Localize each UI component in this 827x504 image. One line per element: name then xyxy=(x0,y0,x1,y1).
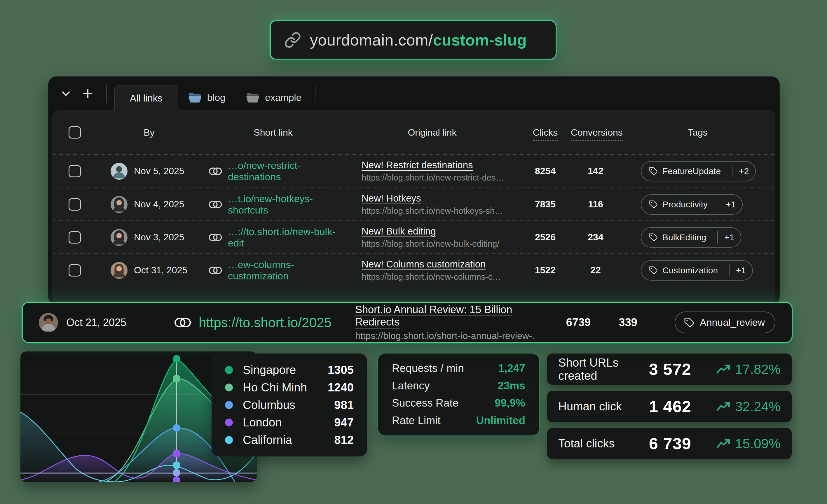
hover-marker-dot xyxy=(173,355,180,362)
tag-extra-count[interactable]: +1 xyxy=(717,231,741,244)
clicks-value: 6739 xyxy=(560,316,597,329)
row-date: Oct 31, 2025 xyxy=(134,265,187,275)
column-header-short-link: Short link xyxy=(202,127,345,138)
stat-label: Requests / min xyxy=(392,362,464,374)
add-tab-button[interactable] xyxy=(81,87,95,100)
short-link[interactable]: …ew-columns-customization xyxy=(228,259,345,282)
short-link[interactable]: …t.io/new-hotkeys-shortcuts xyxy=(228,193,345,216)
conversions-value: 142 xyxy=(571,166,620,177)
table-row[interactable]: Nov 3, 2025 …://to.short.io/new-bulk-edi… xyxy=(53,220,775,253)
column-header-by: By xyxy=(97,127,202,138)
tag-label: Customization xyxy=(663,265,724,275)
select-all-checkbox[interactable] xyxy=(68,126,81,139)
trending-up-icon xyxy=(716,401,732,412)
tabbar-divider xyxy=(315,85,315,103)
stat-card-total-clicks: Total clicks 6 739 15.09% xyxy=(547,428,792,459)
short-url-pill[interactable]: yourdomain.com/custom-slug xyxy=(270,20,556,59)
links-window: All links blog example By Short link xyxy=(48,77,780,305)
table-row[interactable]: Nov 5, 2025 …o/new-restrict-destinations… xyxy=(53,155,775,188)
avatar xyxy=(111,196,128,213)
short-link[interactable]: https://to.short.io/2025 xyxy=(199,315,332,331)
original-link-title[interactable]: New! Columns customization xyxy=(361,259,520,270)
chain-link-icon xyxy=(174,318,191,327)
original-link-title[interactable]: Short.io Annual Review: 15 Billion Redir… xyxy=(355,304,560,328)
avatar xyxy=(39,313,58,332)
legend-value: 1240 xyxy=(328,381,354,394)
row-date: Nov 3, 2025 xyxy=(134,232,184,243)
row-checkbox[interactable] xyxy=(68,198,81,211)
original-link-url: https://blog.short.io/new-restrict-des… xyxy=(361,173,520,183)
conversions-value: 116 xyxy=(571,199,620,210)
short-link[interactable]: …://to.short.io/new-bulk-edit xyxy=(228,226,345,249)
hover-marker-dot xyxy=(173,424,180,432)
avatar xyxy=(111,262,128,279)
column-header-clicks[interactable]: Clicks xyxy=(533,127,558,141)
tag-icon xyxy=(684,317,694,328)
original-link-url: https://blog.short.io/new-hotkeys-sh… xyxy=(361,206,520,216)
table-row[interactable]: Oct 31, 2025 …ew-columns-customization N… xyxy=(53,253,775,287)
column-header-conversions[interactable]: Conversions xyxy=(571,127,623,141)
stat-row: Success Rate99,9% xyxy=(392,397,525,409)
tabbar-divider xyxy=(106,85,107,103)
legend-dot xyxy=(225,436,233,444)
legend-item: Ho Chi Minh1240 xyxy=(225,381,354,394)
row-date: Nov 4, 2025 xyxy=(134,199,184,210)
tag-pill[interactable]: FeatureUpdate +2 xyxy=(641,161,756,182)
chain-link-icon xyxy=(209,233,222,242)
legend-item: California812 xyxy=(225,434,354,447)
row-checkbox[interactable] xyxy=(68,165,81,177)
tab-all-links[interactable]: All links xyxy=(114,85,178,111)
tab-bar: All links blog example xyxy=(48,77,779,110)
tag-pill[interactable]: Productivity +1 xyxy=(641,194,743,215)
tag-pill[interactable]: Customization +1 xyxy=(641,260,753,281)
stat-card-human-click: Human click 1 462 32.24% xyxy=(547,391,792,422)
tag-extra-count[interactable]: +1 xyxy=(729,264,752,276)
conversions-value: 234 xyxy=(571,232,620,243)
row-checkbox[interactable] xyxy=(68,264,81,276)
original-link-title[interactable]: New! Bulk editing xyxy=(361,226,520,237)
stat-label: Latency xyxy=(392,380,430,392)
chart-legend: Singapore1305 Ho Chi Minh1240 Columbus98… xyxy=(211,353,367,456)
card-delta-value: 15.09% xyxy=(735,436,781,452)
tag-extra-count[interactable]: +1 xyxy=(719,198,742,211)
tab-blog[interactable]: blog xyxy=(178,85,236,110)
tab-label: All links xyxy=(130,93,162,104)
tag-pill[interactable]: BulkEditing +1 xyxy=(641,227,741,248)
chevron-down-icon[interactable] xyxy=(59,87,72,100)
clicks-value: 8254 xyxy=(520,166,571,177)
tab-label: blog xyxy=(207,92,225,103)
original-link-title[interactable]: New! Hotkeys xyxy=(361,193,520,204)
clicks-value: 1522 xyxy=(520,265,571,275)
short-link[interactable]: …o/new-restrict-destinations xyxy=(228,160,345,183)
conversions-value: 339 xyxy=(609,316,647,329)
legend-label: Ho Chi Minh xyxy=(243,381,307,394)
stat-label: Success Rate xyxy=(392,397,458,409)
legend-label: California xyxy=(243,434,292,447)
card-value: 3 572 xyxy=(649,360,691,379)
trending-up-icon xyxy=(716,438,732,449)
tag-extra-count[interactable]: +2 xyxy=(732,165,755,177)
stat-card-short-urls: Short URLs created 3 572 17.82% xyxy=(547,353,792,385)
tag-pill[interactable]: Annual_review xyxy=(675,311,775,334)
legend-value: 947 xyxy=(334,416,354,429)
requests-panel: Requests / min1,247 Latency23ms Success … xyxy=(378,353,539,436)
card-delta-value: 32.24% xyxy=(735,399,781,414)
tab-example[interactable]: example xyxy=(236,85,312,110)
original-link-url: https://blog.short.io/new-bulk-editing/ xyxy=(361,239,520,249)
clicks-value: 2526 xyxy=(520,232,571,243)
stat-value: 23ms xyxy=(497,380,525,392)
tag-icon xyxy=(649,200,658,209)
card-label: Short URLs created xyxy=(558,356,649,383)
row-checkbox[interactable] xyxy=(68,231,81,244)
tag-label: Productivity xyxy=(663,200,714,209)
stat-row: Latency23ms xyxy=(392,380,525,392)
table-row[interactable]: Nov 4, 2025 …t.io/new-hotkeys-shortcuts … xyxy=(53,188,775,220)
original-link-title[interactable]: New! Restrict destinations xyxy=(361,159,520,170)
card-delta: 32.24% xyxy=(705,399,781,414)
legend-item: Singapore1305 xyxy=(225,363,354,376)
stat-row: Requests / min1,247 xyxy=(392,362,525,374)
card-value: 1 462 xyxy=(649,397,691,416)
featured-link-row[interactable]: Oct 21, 2025 https://to.short.io/2025 Sh… xyxy=(22,302,792,343)
stat-value: Unlimited xyxy=(476,414,525,427)
chain-link-icon xyxy=(209,167,222,175)
